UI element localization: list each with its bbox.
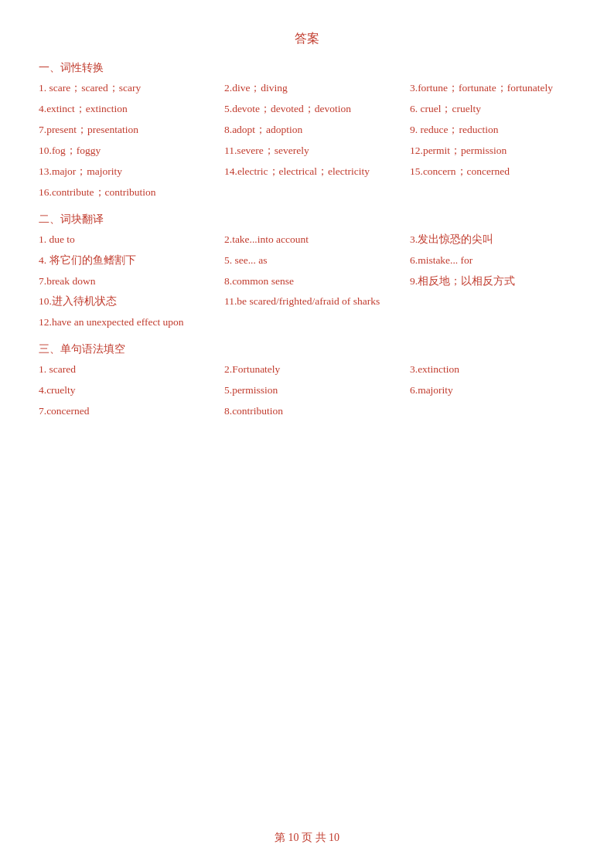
cell-col3: 6.majority bbox=[410, 382, 575, 400]
cell-col2 bbox=[224, 314, 410, 332]
section2-header: 二、词块翻译 bbox=[39, 213, 575, 226]
table-row: 1. scared2.Fortunately3.extinction bbox=[39, 361, 575, 379]
section1-content: 1. scare；scared；scary2.dive；diving3.fort… bbox=[39, 80, 575, 202]
page: 答案 一、词性转换 1. scare；scared；scary2.dive；di… bbox=[0, 0, 614, 868]
table-row: 7.break down8.common sense9.相反地；以相反方式 bbox=[39, 273, 575, 291]
table-row: 10.fog；foggy11.severe；severely12.permit；… bbox=[39, 142, 575, 160]
cell-col3: 3.extinction bbox=[410, 361, 575, 379]
cell-col3: 3.fortune；fortunate；fortunately bbox=[410, 80, 575, 97]
cell-col1: 7.concerned bbox=[39, 403, 224, 420]
footer: 第 10 页 共 10 bbox=[0, 831, 614, 845]
cell-col1: 10.进入待机状态 bbox=[39, 293, 224, 311]
cell-col1: 7.present；presentation bbox=[39, 121, 224, 139]
table-row: 7.concerned8.contribution bbox=[39, 403, 575, 420]
cell-col2 bbox=[224, 184, 410, 202]
cell-col2: 11.be scared/frighted/afraid of sharks bbox=[224, 293, 410, 311]
cell-col3 bbox=[410, 403, 575, 420]
cell-col1: 16.contribute；contribution bbox=[39, 184, 224, 202]
cell-col1: 1. scared bbox=[39, 361, 224, 379]
page-title: 答案 bbox=[39, 31, 575, 47]
cell-col3 bbox=[410, 314, 575, 332]
cell-col3 bbox=[410, 184, 575, 202]
cell-col3 bbox=[410, 293, 575, 311]
section3-header: 三、单句语法填空 bbox=[39, 342, 575, 356]
cell-col2: 11.severe；severely bbox=[224, 142, 410, 160]
cell-col1: 1. due to bbox=[39, 231, 224, 249]
cell-col2: 5. see... as bbox=[224, 252, 410, 270]
cell-col1: 7.break down bbox=[39, 273, 224, 291]
cell-col3: 9. reduce；reduction bbox=[410, 121, 575, 139]
table-row: 12.have an unexpected effect upon bbox=[39, 314, 575, 332]
table-row: 4. 将它们的鱼鳍割下5. see... as6.mistake... for bbox=[39, 252, 575, 270]
table-row: 10.进入待机状态11.be scared/frighted/afraid of… bbox=[39, 293, 575, 311]
cell-col3: 15.concern；concerned bbox=[410, 163, 575, 181]
cell-col1: 10.fog；foggy bbox=[39, 142, 224, 160]
cell-col2: 8.adopt；adoption bbox=[224, 121, 410, 139]
cell-col3: 12.permit；permission bbox=[410, 142, 575, 160]
table-row: 16.contribute；contribution bbox=[39, 184, 575, 202]
cell-col1: 4. 将它们的鱼鳍割下 bbox=[39, 252, 224, 270]
table-row: 7.present；presentation8.adopt；adoption9.… bbox=[39, 121, 575, 139]
table-row: 1. scare；scared；scary2.dive；diving3.fort… bbox=[39, 80, 575, 97]
cell-col3: 6. cruel；cruelty bbox=[410, 100, 575, 118]
cell-col1: 1. scare；scared；scary bbox=[39, 80, 224, 97]
cell-col2: 5.devote；devoted；devotion bbox=[224, 100, 410, 118]
cell-col1: 4.extinct；extinction bbox=[39, 100, 224, 118]
section1-header: 一、词性转换 bbox=[39, 61, 575, 75]
cell-col3: 3.发出惊恐的尖叫 bbox=[410, 231, 575, 249]
cell-col1: 12.have an unexpected effect upon bbox=[39, 314, 224, 332]
cell-col2: 2.dive；diving bbox=[224, 80, 410, 97]
table-row: 13.major；majority14.electric；electrical；… bbox=[39, 163, 575, 181]
cell-col2: 8.common sense bbox=[224, 273, 410, 291]
cell-col1: 13.major；majority bbox=[39, 163, 224, 181]
cell-col3: 6.mistake... for bbox=[410, 252, 575, 270]
cell-col2: 2.take...into account bbox=[224, 231, 410, 249]
section3-content: 1. scared2.Fortunately3.extinction4.crue… bbox=[39, 361, 575, 420]
cell-col2: 2.Fortunately bbox=[224, 361, 410, 379]
cell-col1: 4.cruelty bbox=[39, 382, 224, 400]
section2-content: 1. due to2.take...into account3.发出惊恐的尖叫4… bbox=[39, 231, 575, 332]
table-row: 1. due to2.take...into account3.发出惊恐的尖叫 bbox=[39, 231, 575, 249]
cell-col2: 14.electric；electrical；electricity bbox=[224, 163, 410, 181]
cell-col2: 5.permission bbox=[224, 382, 410, 400]
cell-col3: 9.相反地；以相反方式 bbox=[410, 273, 575, 291]
table-row: 4.extinct；extinction5.devote；devoted；dev… bbox=[39, 100, 575, 118]
table-row: 4.cruelty5.permission6.majority bbox=[39, 382, 575, 400]
cell-col2: 8.contribution bbox=[224, 403, 410, 420]
